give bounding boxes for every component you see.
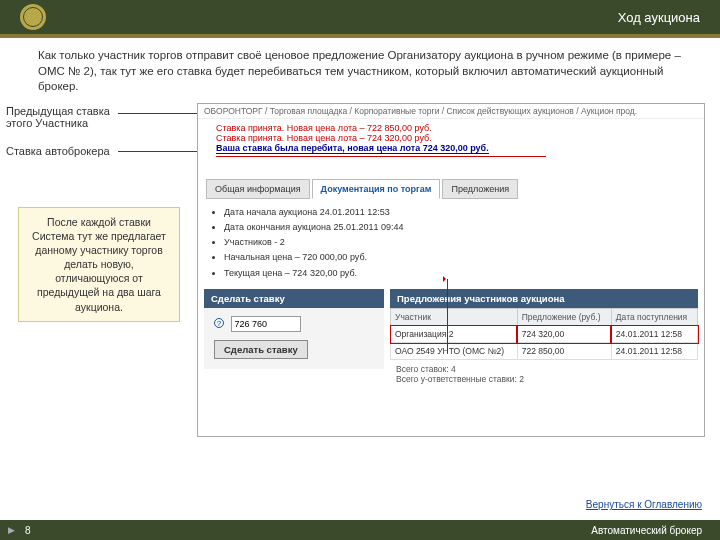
callout-left: После каждой ставки Система тут же предл…: [18, 207, 180, 322]
alert-line-main: Ваша ставка была перебита, новая цена ло…: [216, 143, 489, 154]
tabs: Общая информация Документация по торгам …: [198, 179, 704, 199]
back-to-toc-link[interactable]: Вернуться к Оглавлению: [586, 499, 702, 510]
app-screenshot: ОБОРОНТОРГ / Торговая площадка / Корпора…: [197, 103, 705, 437]
table-row: Организация 2 724 320,00 24.01.2011 12:5…: [391, 326, 698, 343]
help-icon[interactable]: ?: [214, 318, 224, 328]
offers-body: Участник Предложение (руб.) Дата поступл…: [390, 308, 698, 388]
pointer-line: [447, 279, 448, 353]
triangle-icon: ▶: [8, 525, 15, 535]
info-item: Дата окончания аукциона 25.01.2011 09:44: [224, 220, 694, 235]
alert-line: Ставка принята. Новая цена лота – 724 32…: [216, 133, 696, 143]
page-number: 8: [25, 525, 31, 536]
footer-bar: ▶ 8 Автоматический брокер: [0, 520, 720, 540]
bid-input[interactable]: [231, 316, 301, 332]
alert-line: Ставка принята. Новая цена лота – 722 85…: [216, 123, 696, 133]
tab-general[interactable]: Общая информация: [206, 179, 310, 199]
cell-participant: ОАО 2549 УНТО (ОМС №2): [391, 343, 518, 360]
cell-participant: Организация 2: [391, 326, 518, 343]
cell-date: 24.01.2011 12:58: [611, 343, 697, 360]
panel-offers: Предложения участников аукциона Участник…: [390, 289, 698, 388]
auction-info: Дата начала аукциона 24.01.2011 12:53 Да…: [198, 199, 704, 285]
total-resp: Всего у-ответственные ставки: 2: [396, 374, 692, 384]
label-autobroker: Ставка автоброкера: [6, 145, 110, 157]
alerts-block: Ставка принята. Новая цена лота – 722 85…: [198, 119, 704, 163]
slide-title: Ход аукциона: [618, 10, 700, 25]
panel-header: Сделать ставку: [204, 289, 384, 308]
alert-underline-red: [216, 156, 546, 157]
logo-emblem: [20, 4, 46, 30]
info-item: Начальная цена – 720 000,00 руб.: [224, 250, 694, 265]
panel-make-bid: Сделать ставку ? Сделать ставку: [204, 289, 384, 388]
breadcrumb: ОБОРОНТОРГ / Торговая площадка / Корпора…: [198, 104, 704, 119]
panel-header: Предложения участников аукциона: [390, 289, 698, 308]
footer-caption: Автоматический брокер: [591, 525, 702, 536]
total-bids: Всего ставок: 4: [396, 364, 692, 374]
table-row: ОАО 2549 УНТО (ОМС №2) 722 850,00 24.01.…: [391, 343, 698, 360]
col-participant: Участник: [391, 309, 518, 326]
col-date: Дата поступления: [611, 309, 697, 326]
intro-paragraph: Как только участник торгов отправит своё…: [0, 38, 720, 103]
page-number-block: ▶ 8: [8, 525, 31, 536]
pointer-line: [118, 151, 208, 152]
bid-body: ? Сделать ставку: [204, 308, 384, 369]
cell-date: 24.01.2011 12:58: [611, 326, 697, 343]
info-item: Участников - 2: [224, 235, 694, 250]
cell-offer: 722 850,00: [517, 343, 611, 360]
tab-docs[interactable]: Документация по торгам: [312, 179, 441, 199]
cell-offer: 724 320,00: [517, 326, 611, 343]
pointer-line: [118, 113, 208, 114]
title-bar: Ход аукциона: [0, 0, 720, 38]
tab-offers[interactable]: Предложения: [442, 179, 518, 199]
submit-bid-button[interactable]: Сделать ставку: [214, 340, 308, 359]
table-header-row: Участник Предложение (руб.) Дата поступл…: [391, 309, 698, 326]
totals: Всего ставок: 4 Всего у-ответственные ст…: [390, 360, 698, 388]
info-item: Текущая цена – 724 320,00 руб.: [224, 266, 694, 281]
col-offer: Предложение (руб.): [517, 309, 611, 326]
panels-row: Сделать ставку ? Сделать ставку Предложе…: [198, 285, 704, 388]
offers-table: Участник Предложение (руб.) Дата поступл…: [390, 308, 698, 360]
label-prev-bid: Предыдущая ставка этого Участника: [6, 105, 110, 129]
info-item: Дата начала аукциона 24.01.2011 12:53: [224, 205, 694, 220]
